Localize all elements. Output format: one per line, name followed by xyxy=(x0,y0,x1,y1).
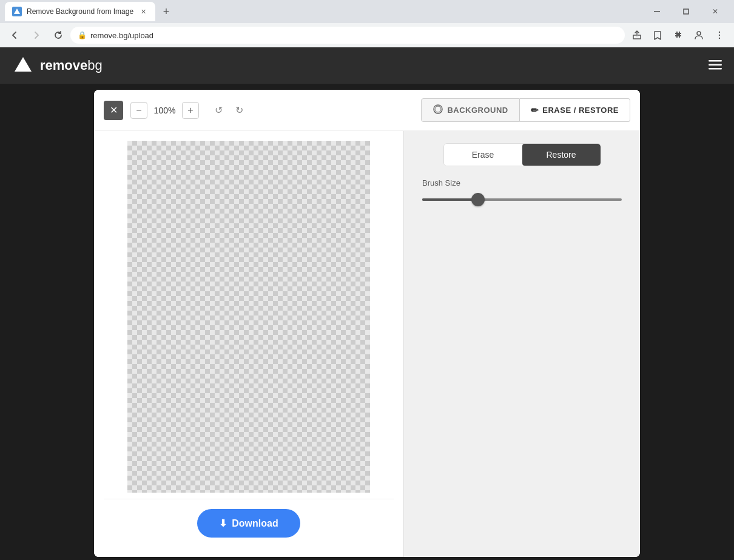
tab-erase-restore[interactable]: ✏ ERASE / RESTORE xyxy=(520,98,630,122)
redo-button[interactable]: ↻ xyxy=(231,102,247,119)
brush-size-label: Brush Size xyxy=(422,178,622,187)
zoom-out-button[interactable]: − xyxy=(130,102,147,119)
forward-button[interactable] xyxy=(27,25,46,45)
download-button[interactable]: ⬇ Download xyxy=(197,509,300,538)
site-header: removebg xyxy=(0,47,734,84)
erase-restore-tab-icon: ✏ xyxy=(531,105,539,116)
zoom-value: 100% xyxy=(151,106,178,115)
svg-rect-1 xyxy=(654,11,660,12)
profile-button[interactable] xyxy=(689,25,709,45)
svg-point-12 xyxy=(435,106,441,112)
background-tab-label: BACKGROUND xyxy=(447,106,508,115)
erase-restore-toggle: Erase Restore xyxy=(443,143,601,166)
svg-point-4 xyxy=(719,32,720,33)
image-panel: ⬇ Download xyxy=(94,131,403,557)
brush-size-section: Brush Size xyxy=(416,178,628,206)
title-bar: Remove Background from Image ✕ + ✕ xyxy=(0,0,734,23)
image-container xyxy=(127,141,370,493)
zoom-controls: − 100% + xyxy=(130,102,199,119)
svg-rect-2 xyxy=(684,9,689,14)
window-controls: ✕ xyxy=(643,0,729,23)
undo-button[interactable]: ↺ xyxy=(210,102,227,119)
bookmark-button[interactable] xyxy=(648,25,667,45)
svg-marker-7 xyxy=(15,57,32,72)
svg-point-3 xyxy=(697,32,701,35)
zoom-in-button[interactable]: + xyxy=(182,102,199,119)
logo: removebg xyxy=(12,55,103,76)
nav-actions xyxy=(627,25,729,45)
address-bar[interactable]: 🔒 remove.bg/upload xyxy=(70,27,625,44)
download-label: Download xyxy=(232,518,278,529)
modal: ✕ − 100% + ↺ ↻ BACKGROUND xyxy=(94,90,640,557)
svg-point-5 xyxy=(719,35,720,36)
svg-rect-10 xyxy=(709,68,722,70)
erase-button[interactable]: Erase xyxy=(444,144,522,166)
extensions-button[interactable] xyxy=(668,25,688,45)
back-button[interactable] xyxy=(5,25,24,45)
modal-tabs: BACKGROUND ✏ ERASE / RESTORE xyxy=(421,98,630,122)
tab-close-button[interactable]: ✕ xyxy=(138,7,148,16)
download-icon: ⬇ xyxy=(219,518,227,529)
modal-close-button[interactable]: ✕ xyxy=(104,101,123,120)
background-tab-icon xyxy=(433,104,443,116)
brush-slider-track xyxy=(422,198,622,201)
svg-rect-9 xyxy=(709,64,722,66)
hamburger-menu[interactable] xyxy=(709,58,722,73)
logo-prefix: remove xyxy=(40,58,87,73)
browser-chrome: Remove Background from Image ✕ + ✕ 🔒 rem… xyxy=(0,0,734,47)
close-button[interactable]: ✕ xyxy=(701,0,729,23)
tab-favicon xyxy=(12,7,22,16)
more-button[interactable] xyxy=(710,25,729,45)
url-text: remove.bg/upload xyxy=(90,31,153,40)
erase-restore-tab-label: ERASE / RESTORE xyxy=(542,106,619,115)
tab-background[interactable]: BACKGROUND xyxy=(421,98,519,122)
history-controls: ↺ ↻ xyxy=(210,102,247,119)
lock-icon: 🔒 xyxy=(78,31,87,39)
minimize-button[interactable] xyxy=(643,0,671,23)
modal-header: ✕ − 100% + ↺ ↻ BACKGROUND xyxy=(94,90,640,131)
tab-title: Remove Background from Image xyxy=(27,7,133,16)
brush-slider[interactable] xyxy=(422,194,622,206)
refresh-button[interactable] xyxy=(49,25,68,45)
nav-bar: 🔒 remove.bg/upload xyxy=(0,23,734,47)
svg-point-6 xyxy=(719,38,720,39)
right-panel: Erase Restore Brush Size xyxy=(403,131,640,557)
modal-overlay: ✕ − 100% + ↺ ↻ BACKGROUND xyxy=(0,84,734,560)
svg-rect-8 xyxy=(709,60,722,62)
restore-button[interactable]: Restore xyxy=(522,144,601,166)
new-tab-button[interactable]: + xyxy=(158,3,175,20)
logo-icon xyxy=(12,55,34,76)
maximize-button[interactable] xyxy=(672,0,700,23)
browser-tab[interactable]: Remove Background from Image ✕ xyxy=(5,2,155,21)
brush-slider-thumb[interactable] xyxy=(471,193,485,206)
transparency-background xyxy=(127,141,370,493)
svg-marker-0 xyxy=(14,8,20,14)
modal-footer: ⬇ Download xyxy=(104,499,394,547)
logo-text: removebg xyxy=(40,58,103,73)
page-content: removebg ✕ − 100% + ↺ ↻ xyxy=(0,47,734,560)
modal-body: ⬇ Download Erase Restore xyxy=(94,131,640,557)
logo-suffix: bg xyxy=(87,58,102,73)
share-button[interactable] xyxy=(627,25,647,45)
